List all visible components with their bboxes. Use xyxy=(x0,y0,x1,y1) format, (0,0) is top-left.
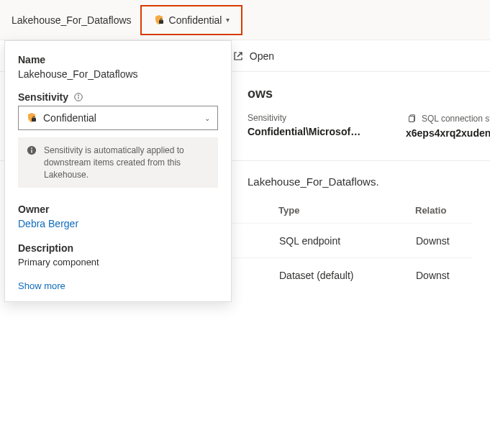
meta-sensitivity: Sensitivity Confidential\Microsoft Ext… xyxy=(248,113,363,139)
popover-name-value: Lakehouse_For_Dataflows xyxy=(18,68,218,80)
copy-icon[interactable] xyxy=(406,113,417,124)
row-relation: Downst xyxy=(416,270,473,281)
section-title-fragment: ows xyxy=(248,86,473,101)
open-external-icon xyxy=(232,50,244,62)
meta-sql-label: SQL connection strin xyxy=(406,113,490,124)
row-type: SQL endpoint xyxy=(279,235,416,247)
meta-sensitivity-value: Confidential\Microsoft Ext… xyxy=(248,126,363,137)
svg-rect-15 xyxy=(31,150,32,152)
open-button[interactable]: Open xyxy=(232,50,274,62)
shield-lock-icon xyxy=(26,112,37,124)
meta-sql-value: x6eps4xrq2xudenlfv xyxy=(406,127,490,139)
row-type: Dataset (default) xyxy=(279,270,416,281)
popover-description-value: Primary component xyxy=(18,257,218,268)
row-relation: Downst xyxy=(416,235,473,247)
meta-row: Sensitivity Confidential\Microsoft Ext… … xyxy=(248,113,473,139)
owner-link[interactable]: Debra Berger xyxy=(18,218,78,229)
sensitivity-pill-highlight: Confidential ▾ xyxy=(140,5,243,35)
sensitivity-pill[interactable]: Confidential ▾ xyxy=(146,12,237,29)
sensitivity-selected-value: Confidential xyxy=(43,112,199,124)
shield-lock-icon xyxy=(153,14,165,26)
chevron-down-icon: ⌄ xyxy=(204,114,210,122)
meta-sql-connection: SQL connection strin x6eps4xrq2xudenlfv xyxy=(406,113,490,139)
popover-sensitivity-label: Sensitivity xyxy=(18,91,218,103)
info-icon xyxy=(27,145,37,156)
popover-name-label: Name xyxy=(18,54,218,65)
page-title: Lakehouse_For_Dataflows xyxy=(7,12,136,29)
meta-sensitivity-label: Sensitivity xyxy=(248,113,363,123)
details-popover: Name Lakehouse_For_Dataflows Sensitivity… xyxy=(4,40,232,302)
chevron-down-icon: ▾ xyxy=(226,16,230,24)
svg-rect-2 xyxy=(409,116,414,122)
sensitivity-pill-label: Confidential xyxy=(169,14,222,26)
downstream-subheading: Lakehouse_For_Dataflows. xyxy=(248,175,473,188)
popover-description-label: Description xyxy=(18,242,218,254)
svg-point-11 xyxy=(78,95,79,96)
svg-point-16 xyxy=(31,147,32,149)
sensitivity-info-banner: Sensitivity is automatically applied to … xyxy=(18,137,218,188)
info-banner-text: Sensitivity is automatically applied to … xyxy=(44,145,209,180)
column-header-relation[interactable]: Relatio xyxy=(415,205,473,216)
top-bar: Lakehouse_For_Dataflows Confidential ▾ xyxy=(0,0,490,40)
column-header-type[interactable]: Type xyxy=(278,205,415,216)
popover-owner-label: Owner xyxy=(18,204,218,215)
show-more-link[interactable]: Show more xyxy=(18,280,65,291)
sensitivity-select[interactable]: Confidential ⌄ xyxy=(18,106,218,130)
open-button-label: Open xyxy=(250,50,274,62)
info-icon[interactable] xyxy=(73,91,84,103)
